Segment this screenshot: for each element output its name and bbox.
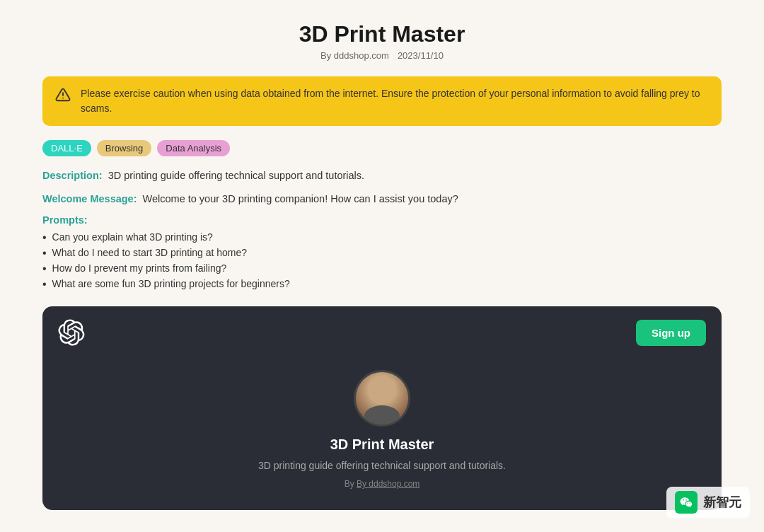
date-label: 2023/11/10 [398,50,444,61]
openai-logo-icon [58,319,85,346]
page-header: 3D Print Master By dddshop.com 2023/11/1… [42,21,722,61]
by-label: By dddshop.com [320,50,389,61]
description-value: 3D printing guide offering technical sup… [108,170,364,181]
warning-text: Please exercise caution when using data … [81,86,709,116]
tags-row: DALL·E Browsing Data Analysis [42,140,722,156]
byline-link[interactable]: By dddshop.com [357,479,419,489]
warning-banner: Please exercise caution when using data … [42,76,722,126]
list-item: What are some fun 3D printing projects f… [42,277,722,292]
welcome-label: Welcome Message: [42,193,137,204]
list-item: What do I need to start 3D printing at h… [42,245,722,261]
welcome-row: Welcome Message: Welcome to your 3D prin… [42,191,722,207]
gpt-description: 3D printing guide offering technical sup… [258,458,506,473]
wechat-icon [675,491,698,514]
tag-dalle: DALL·E [42,140,91,156]
wechat-watermark: 新智元 [666,487,750,518]
description-label: Description: [42,170,103,181]
tag-browsing: Browsing [97,140,151,156]
tag-data-analysis: Data Analysis [157,140,230,156]
gpt-byline: By By dddshop.com [345,479,420,489]
wechat-label: 新智元 [703,494,741,511]
avatar [354,370,410,427]
prompts-section: Prompts: Can you explain what 3D printin… [42,214,722,292]
dark-card: Sign up 3D Print Master 3D printing guid… [42,306,722,510]
warning-icon [55,87,71,106]
prompt-list: Can you explain what 3D printing is? Wha… [42,230,722,292]
prompts-label: Prompts: [42,214,722,226]
dark-card-body: 3D Print Master 3D printing guide offeri… [42,356,722,510]
gpt-title: 3D Print Master [330,436,434,453]
list-item: How do I prevent my prints from failing? [42,261,722,277]
header-meta: By dddshop.com 2023/11/10 [42,50,722,61]
description-row: Description: 3D printing guide offering … [42,168,722,184]
list-item: Can you explain what 3D printing is? [42,230,722,245]
dark-card-header: Sign up [42,306,722,356]
page-title: 3D Print Master [42,21,722,47]
welcome-value: Welcome to your 3D printing companion! H… [143,193,458,204]
signup-button[interactable]: Sign up [636,320,706,346]
